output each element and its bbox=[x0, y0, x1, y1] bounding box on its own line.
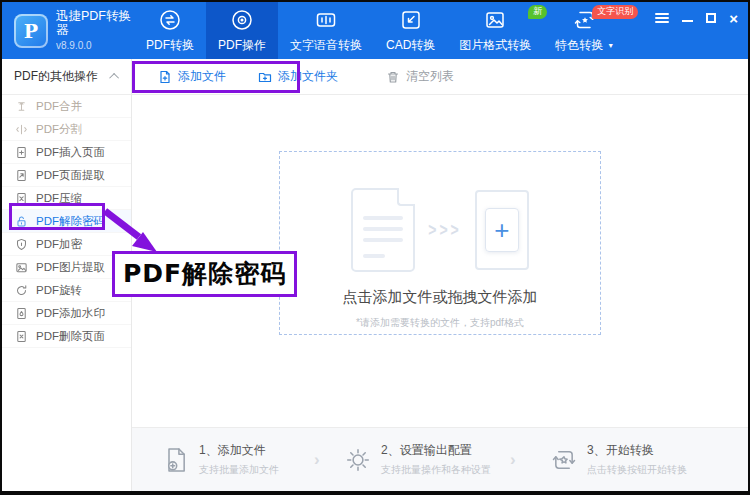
rotate-icon bbox=[15, 284, 28, 297]
tab-label: 图片格式转换 bbox=[459, 37, 531, 54]
gear-icon bbox=[344, 446, 372, 474]
folder-plus-icon bbox=[258, 70, 272, 84]
arrow-chevrons-icon: >>> bbox=[428, 220, 462, 240]
tab-label: PDF操作 bbox=[218, 37, 266, 54]
voice-wave-icon bbox=[313, 8, 339, 32]
convert-icon bbox=[550, 446, 578, 474]
steps-bar: 1、添加文件 支持批量添加文件 › 2、设置输出配置 支持批量操作和各种设置 › bbox=[132, 427, 748, 491]
file-toolbar: 添加文件 添加文件夹 清空列表 bbox=[132, 59, 748, 95]
chevron-up-icon bbox=[109, 73, 119, 83]
sidebar-item-pdf-image-extract[interactable]: PDF图片提取 bbox=[2, 256, 131, 279]
dropzone-sub-text: *请添加需要转换的文件，支持pdf格式 bbox=[356, 316, 524, 330]
add-folder-button[interactable]: 添加文件夹 bbox=[258, 68, 338, 85]
watermark-icon bbox=[15, 307, 28, 320]
hamburger-icon bbox=[655, 13, 669, 23]
file-plus-icon bbox=[162, 446, 190, 474]
shield-icon bbox=[15, 238, 28, 251]
file-drop-zone[interactable]: >>> + 点击添加文件或拖拽文件添加 *请添加需要转换的文件，支持pdf格式 bbox=[279, 151, 601, 335]
tab-pdf-operate[interactable]: PDF操作 bbox=[206, 2, 278, 59]
split-icon bbox=[15, 123, 28, 136]
content-area: 添加文件 添加文件夹 清空列表 bbox=[132, 59, 748, 491]
pdf-convert-icon bbox=[157, 8, 183, 32]
minimize-button[interactable] bbox=[682, 11, 693, 25]
tab-text-voice-convert[interactable]: 文字语音转换 bbox=[278, 2, 374, 59]
main-nav: PDF转换 PDF操作 文字语音转换 CAD转换 bbox=[134, 2, 626, 59]
close-button[interactable]: × bbox=[729, 11, 738, 25]
cad-icon bbox=[398, 8, 424, 32]
tab-label: CAD转换 bbox=[386, 37, 435, 54]
add-document-icon: + bbox=[475, 190, 529, 270]
dropzone-main-text: 点击添加文件或拖拽文件添加 bbox=[343, 288, 538, 307]
maximize-icon bbox=[706, 13, 716, 23]
step-separator-icon: › bbox=[314, 450, 320, 470]
app-version: v8.9.0.0 bbox=[56, 40, 134, 51]
image-icon bbox=[15, 261, 28, 274]
app-brand: P 迅捷PDF转换器 v8.9.0.0 bbox=[2, 2, 134, 59]
dropzone-illustration: >>> + bbox=[351, 188, 529, 272]
plus-icon: + bbox=[485, 208, 519, 252]
tab-label: 特色转换 bbox=[555, 37, 603, 54]
sidebar-item-pdf-page-extract[interactable]: PDF页面提取 bbox=[2, 164, 131, 187]
app-title: 迅捷PDF转换器 bbox=[56, 10, 134, 38]
app-window: P 迅捷PDF转换器 v8.9.0.0 PDF转换 PDF操作 bbox=[0, 0, 750, 495]
sidebar-item-pdf-split[interactable]: PDF分割 bbox=[2, 118, 131, 141]
tab-label: PDF转换 bbox=[146, 37, 194, 54]
maximize-button[interactable] bbox=[706, 11, 716, 25]
menu-button[interactable] bbox=[655, 11, 669, 25]
clear-list-button[interactable]: 清空列表 bbox=[386, 68, 454, 85]
unlock-icon bbox=[15, 215, 28, 228]
step-separator-icon: › bbox=[510, 450, 516, 470]
minimize-icon bbox=[682, 20, 693, 22]
compress-icon bbox=[15, 192, 28, 205]
step-add-file: 1、添加文件 支持批量添加文件 bbox=[162, 442, 279, 477]
sidebar: PDF的其他操作 PDF合并 PDF分割 PDF插入页面 PDF页面提取 bbox=[2, 59, 132, 491]
new-badge: 新 bbox=[528, 5, 547, 19]
page-delete-icon bbox=[15, 330, 28, 343]
sidebar-item-pdf-rotate[interactable]: PDF旋转 bbox=[2, 279, 131, 302]
file-plus-icon bbox=[158, 70, 172, 84]
sidebar-item-pdf-remove-password[interactable]: PDF解除密码 bbox=[2, 210, 131, 233]
pdf-operate-icon bbox=[229, 8, 255, 32]
window-controls: × bbox=[655, 11, 738, 25]
merge-icon bbox=[15, 100, 28, 113]
step-configure-output: 2、设置输出配置 支持批量操作和各种设置 bbox=[344, 442, 491, 477]
trash-icon bbox=[386, 70, 400, 84]
tab-label: 文字语音转换 bbox=[290, 37, 362, 54]
add-file-button[interactable]: 添加文件 bbox=[158, 68, 226, 85]
sidebar-item-pdf-merge[interactable]: PDF合并 bbox=[2, 95, 131, 118]
sidebar-item-pdf-delete-page[interactable]: PDF删除页面 bbox=[2, 325, 131, 348]
sidebar-header[interactable]: PDF的其他操作 bbox=[2, 59, 131, 95]
tab-special-convert[interactable]: 文字识别 特色转换 ▼ bbox=[543, 2, 626, 59]
sidebar-item-pdf-encrypt[interactable]: PDF加密 bbox=[2, 233, 131, 256]
ocr-badge: 文字识别 bbox=[592, 5, 638, 19]
document-icon bbox=[351, 188, 415, 272]
sidebar-item-pdf-watermark[interactable]: PDF添加水印 bbox=[2, 302, 131, 325]
page-extract-icon bbox=[15, 169, 28, 182]
tab-image-format-convert[interactable]: 新 图片格式转换 bbox=[447, 2, 543, 59]
page-insert-icon bbox=[15, 146, 28, 159]
tab-cad-convert[interactable]: CAD转换 bbox=[374, 2, 447, 59]
sidebar-item-pdf-insert-page[interactable]: PDF插入页面 bbox=[2, 141, 131, 164]
step-start-convert: 3、开始转换 点击转换按钮开始转换 bbox=[550, 442, 687, 477]
app-logo-icon: P bbox=[14, 14, 48, 48]
title-bar: P 迅捷PDF转换器 v8.9.0.0 PDF转换 PDF操作 bbox=[2, 2, 748, 59]
chevron-down-icon: ▼ bbox=[607, 42, 614, 49]
main-panel: >>> + 点击添加文件或拖拽文件添加 *请添加需要转换的文件，支持pdf格式 bbox=[132, 95, 748, 427]
tab-pdf-convert[interactable]: PDF转换 bbox=[134, 2, 206, 59]
sidebar-item-pdf-compress[interactable]: PDF压缩 bbox=[2, 187, 131, 210]
sidebar-header-label: PDF的其他操作 bbox=[14, 68, 98, 85]
image-convert-icon bbox=[482, 8, 508, 32]
